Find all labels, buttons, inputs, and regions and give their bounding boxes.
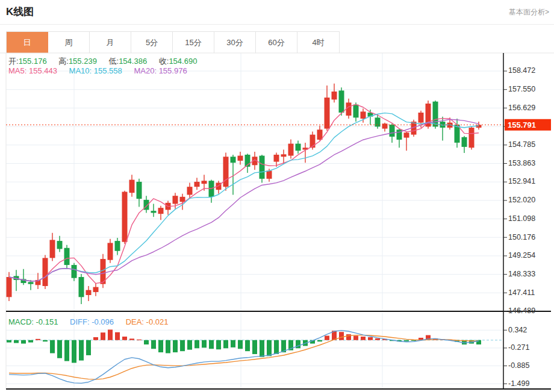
macd-value: -0.151 xyxy=(36,317,58,326)
axis-label: 146.489 xyxy=(508,306,535,315)
candle-40 xyxy=(288,144,294,156)
axis-label: 158.472 xyxy=(508,66,535,75)
price-marker: 155.791 xyxy=(505,119,551,131)
candle-32 xyxy=(231,157,236,163)
axis-label: 149.254 xyxy=(508,251,535,260)
candle-26 xyxy=(187,187,193,194)
ma-info-row: MA5: 155.443 MA10: 155.558 MA20: 155.976 xyxy=(8,66,187,75)
candle-37 xyxy=(267,171,272,179)
axis-label: 147.411 xyxy=(508,288,535,297)
candle-12 xyxy=(86,290,92,295)
candle-6 xyxy=(43,258,48,286)
candle-50 xyxy=(361,111,366,119)
candle-9 xyxy=(64,248,70,265)
candle-48 xyxy=(346,102,352,116)
candle-65 xyxy=(469,128,475,148)
axis-label: 157.550 xyxy=(508,85,535,93)
candle-15 xyxy=(108,243,113,260)
ma20-value: 155.976 xyxy=(159,66,187,75)
candle-46 xyxy=(332,92,337,99)
candle-17 xyxy=(122,192,128,242)
kline-app: K线图 基本面分析> 日周月5分15分30分60分4时 158.472157.5… xyxy=(0,0,554,392)
axis-label: -0.885 xyxy=(508,361,529,370)
axis-label: 148.333 xyxy=(508,270,535,278)
dea-value: -0.021 xyxy=(146,317,169,326)
candle-38 xyxy=(274,155,279,162)
axis-label: 154.785 xyxy=(508,140,535,149)
axis-label: 150.176 xyxy=(508,233,535,241)
ma10-label: MA10: xyxy=(69,66,92,75)
ma20-label: MA20: xyxy=(134,66,157,75)
axis-label: 152.020 xyxy=(508,196,535,204)
candle-bodies xyxy=(7,90,482,297)
candle-54 xyxy=(390,125,395,137)
dea-label: DEA: xyxy=(126,317,144,326)
ma5-line xyxy=(9,104,479,283)
candle-25 xyxy=(180,197,185,202)
low-label: 低: xyxy=(109,57,119,66)
high-label: 高: xyxy=(58,57,69,66)
axis-label: 0.342 xyxy=(508,326,527,334)
candle-58 xyxy=(419,113,424,123)
candle-19 xyxy=(137,182,142,199)
ma5-line xyxy=(9,104,479,283)
diff-label: DIFF: xyxy=(70,317,90,326)
candle-28 xyxy=(202,181,207,184)
ma5-value: 155.443 xyxy=(29,66,57,75)
candle-49 xyxy=(353,105,359,118)
gridlines xyxy=(0,53,554,389)
candle-27 xyxy=(195,182,200,187)
axis-label: 153.863 xyxy=(508,159,535,167)
candle-24 xyxy=(173,196,178,204)
high-value: 155.239 xyxy=(69,57,97,66)
axis-label: 152.941 xyxy=(508,177,535,185)
ma10-value: 155.558 xyxy=(94,66,122,75)
axis-label: -1.499 xyxy=(508,379,529,388)
axis-label: 156.629 xyxy=(508,104,535,112)
candle-22 xyxy=(158,208,164,214)
y-axis-labels: 158.472157.550156.629155.707154.785153.8… xyxy=(503,66,535,387)
candle-16 xyxy=(115,241,120,251)
close-label: 收: xyxy=(159,57,169,66)
candle-64 xyxy=(462,137,467,147)
candle-47 xyxy=(339,90,344,113)
candle-4 xyxy=(28,282,34,284)
candle-41 xyxy=(296,144,301,151)
candle-52 xyxy=(375,117,381,126)
candle-33 xyxy=(238,156,243,161)
open-label: 开: xyxy=(8,57,19,66)
macd-info-row: MACD: -0.151 DIFF: -0.096 DEA: -0.021 xyxy=(8,317,168,326)
axes xyxy=(6,53,551,389)
candle-39 xyxy=(281,154,287,157)
candle-53 xyxy=(382,123,388,128)
ma5-label: MA5: xyxy=(8,66,26,75)
candle-18 xyxy=(129,180,135,193)
close-value: 154.690 xyxy=(169,57,197,66)
candle-8 xyxy=(57,241,63,249)
candle-31 xyxy=(223,157,229,187)
candle-1 xyxy=(7,277,12,297)
diff-value: -0.096 xyxy=(92,317,114,326)
candle-10 xyxy=(72,265,77,278)
axis-label: 151.098 xyxy=(508,214,535,223)
candle-13 xyxy=(93,287,99,292)
axis-label: -0.271 xyxy=(508,343,529,352)
open-value: 155.176 xyxy=(19,57,47,66)
candle-44 xyxy=(317,129,323,140)
candle-56 xyxy=(404,132,409,137)
candle-11 xyxy=(79,277,84,297)
candle-36 xyxy=(260,156,265,179)
ohlc-info-row: 开:155.176 高:155.239 低:154.386 收:154.690 xyxy=(8,56,197,67)
candle-60 xyxy=(433,102,438,127)
candle-45 xyxy=(325,98,330,129)
low-value: 154.386 xyxy=(119,57,147,66)
candle-7 xyxy=(50,240,55,258)
macd-label: MACD: xyxy=(8,317,34,326)
candle-21 xyxy=(151,211,157,213)
price-marker-value: 155.791 xyxy=(508,120,536,129)
